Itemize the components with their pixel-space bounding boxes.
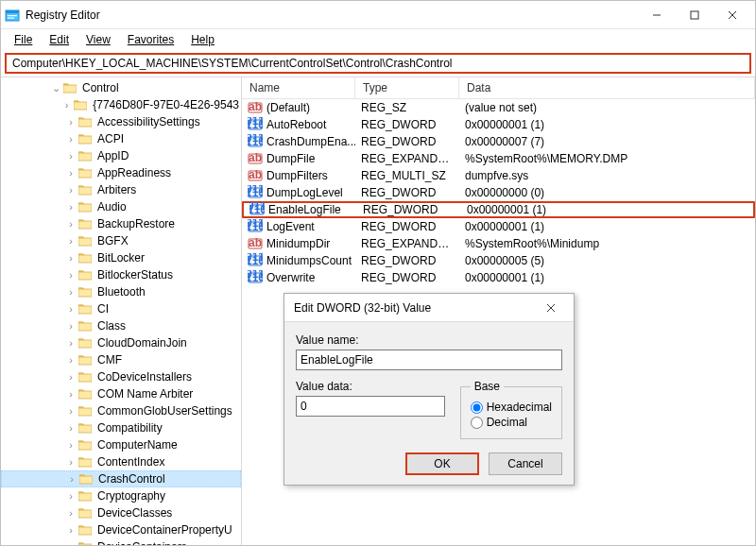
list-row[interactable]: 011110CrashDumpEna...REG_DWORD0x00000007… [242,133,755,150]
tree-node-label: ContentIndex [95,454,166,469]
chevron-right-icon[interactable]: › [65,337,77,349]
chevron-right-icon[interactable]: › [65,371,77,383]
menu-file[interactable]: File [7,31,40,48]
dialog-body: Value name: Value data: Base Hexadecimal… [284,322,574,485]
maximize-button[interactable] [676,2,713,28]
chevron-right-icon[interactable]: › [65,218,77,230]
dialog-close-button[interactable] [538,297,564,319]
chevron-down-icon[interactable]: ⌄ [50,82,61,94]
tree-node[interactable]: ⌄Control [1,79,241,96]
tree-node[interactable]: ›BitlockerStatus [1,266,241,283]
tree-node[interactable]: ›CI [1,300,241,317]
tree-node[interactable]: ›BackupRestore [1,215,241,232]
chevron-right-icon[interactable]: › [65,167,77,179]
chevron-right-icon[interactable]: › [65,184,77,196]
tree-node[interactable]: ›DeviceContainerPropertyU [1,521,241,538]
chevron-right-icon[interactable]: › [65,456,77,468]
ok-button[interactable]: OK [405,452,479,475]
tree-node[interactable]: ›Audio [1,198,241,215]
chevron-right-icon[interactable]: › [65,507,77,519]
tree-node[interactable]: ›CommonGlobUserSettings [1,402,241,419]
list-row[interactable]: 011110EnableLogFileREG_DWORD0x00000001 (… [242,201,755,218]
chevron-right-icon[interactable]: › [65,303,77,315]
folder-icon [78,167,92,179]
menu-view[interactable]: View [78,31,118,48]
tree-node[interactable]: ›DeviceContainers [1,538,241,545]
chevron-right-icon[interactable]: › [65,133,77,145]
chevron-right-icon[interactable]: › [65,269,77,281]
string-value-icon: ab [248,236,263,251]
close-button[interactable] [713,2,751,28]
column-header-type[interactable]: Type [355,77,459,98]
value-data: %SystemRoot%\MEMORY.DMP [459,151,755,166]
svg-text:110: 110 [248,118,263,131]
tree-node[interactable]: ›BGFX [1,232,241,249]
chevron-right-icon[interactable]: › [65,150,77,162]
chevron-right-icon[interactable]: › [65,541,77,545]
tree-node[interactable]: ›CoDeviceInstallers [1,368,241,385]
chevron-right-icon[interactable]: › [65,490,77,502]
chevron-right-icon[interactable]: › [65,252,77,264]
chevron-right-icon[interactable]: › [65,388,77,400]
tree-node-label: CoDeviceInstallers [95,369,194,384]
tree-node[interactable]: ›Compatibility [1,419,241,436]
list-row[interactable]: abDumpFiltersREG_MULTI_SZdumpfve.sys [242,167,755,184]
tree-node[interactable]: ›COM Name Arbiter [1,385,241,402]
chevron-right-icon[interactable]: › [65,116,77,128]
chevron-right-icon[interactable]: › [65,235,77,247]
list-row[interactable]: 011110OverwriteREG_DWORD0x00000001 (1) [242,269,755,286]
chevron-right-icon[interactable]: › [66,473,77,485]
tree-node[interactable]: ›{7746D80F-97E0-4E26-9543 [1,96,241,113]
tree-node[interactable]: ›Cryptography [1,487,241,504]
menu-help[interactable]: Help [183,31,222,48]
tree-node[interactable]: ›Bluetooth [1,283,241,300]
tree-node[interactable]: ›ContentIndex [1,453,241,470]
tree-node[interactable]: ›AppID [1,147,241,164]
menu-favorites[interactable]: Favorites [120,31,181,48]
value-data-field[interactable] [296,396,445,417]
tree-node[interactable]: ›CloudDomainJoin [1,334,241,351]
value-name: MinidumpsCount [266,254,352,267]
tree-node[interactable]: ›BitLocker [1,249,241,266]
list-row[interactable]: abDumpFileREG_EXPAND_SZ%SystemRoot%\MEMO… [242,150,755,167]
chevron-right-icon[interactable]: › [65,439,77,451]
tree-node[interactable]: ›AccessibilitySettings [1,113,241,130]
tree-node[interactable]: ›ComputerName [1,436,241,453]
tree-node[interactable]: ›DeviceClasses [1,504,241,521]
list-row[interactable]: abMinidumpDirREG_EXPAND_SZ%SystemRoot%\M… [242,235,755,252]
chevron-right-icon[interactable]: › [65,286,77,298]
chevron-right-icon[interactable]: › [61,99,72,111]
tree-node[interactable]: ›Class [1,317,241,334]
binary-value-icon: 011110 [249,202,265,217]
tree-node-label: DeviceContainers [95,539,189,545]
minimize-button[interactable] [638,2,676,28]
list-row[interactable]: ab(Default)REG_SZ(value not set) [242,99,755,116]
tree-node[interactable]: ›ACPI [1,130,241,147]
list-row[interactable]: 011110DumpLogLevelREG_DWORD0x00000000 (0… [242,184,755,201]
chevron-right-icon[interactable]: › [65,524,77,536]
list-row[interactable]: 011110AutoRebootREG_DWORD0x00000001 (1) [242,116,755,133]
tree-node[interactable]: ›AppReadiness [1,164,241,181]
column-header-data[interactable]: Data [459,77,755,98]
folder-icon [78,354,92,366]
chevron-right-icon[interactable]: › [65,422,77,434]
key-tree-pane[interactable]: ⌄Control›{7746D80F-97E0-4E26-9543›Access… [1,77,242,545]
chevron-right-icon[interactable]: › [65,201,77,213]
tree-node[interactable]: ›CMF [1,351,241,368]
cancel-button[interactable]: Cancel [489,452,562,475]
chevron-right-icon[interactable]: › [65,354,77,366]
value-name-field[interactable] [296,350,562,370]
binary-value-icon: 011110 [248,134,263,149]
folder-icon [78,184,92,196]
radio-decimal[interactable] [471,417,483,429]
list-row[interactable]: 011110LogEventREG_DWORD0x00000001 (1) [242,218,755,235]
tree-node[interactable]: ›CrashControl [1,470,241,487]
chevron-right-icon[interactable]: › [65,320,77,332]
tree-node[interactable]: ›Arbiters [1,181,241,198]
radio-hexadecimal[interactable] [471,401,483,414]
column-header-name[interactable]: Name [242,77,355,98]
chevron-right-icon[interactable]: › [65,405,77,417]
address-input[interactable] [5,53,751,74]
menu-edit[interactable]: Edit [42,31,77,48]
list-row[interactable]: 011110MinidumpsCountREG_DWORD0x00000005 … [242,252,755,269]
